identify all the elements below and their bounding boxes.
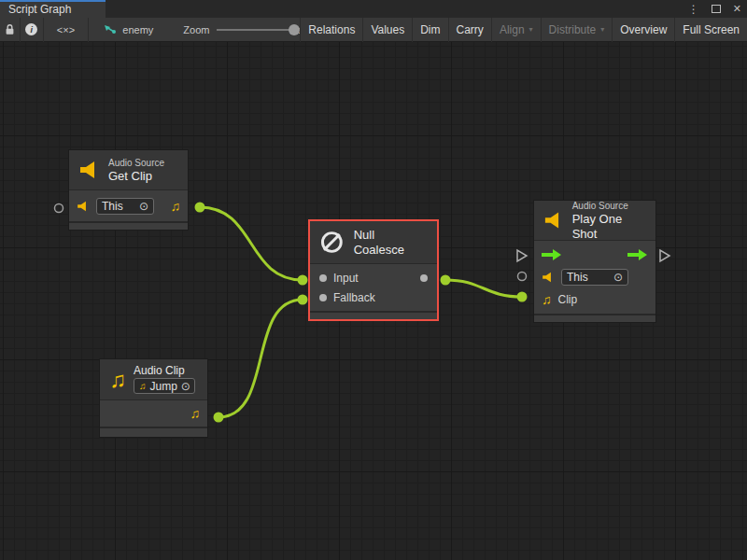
audio-clip-output-row: ♫: [100, 400, 207, 427]
audio-clip-icon: ♫: [542, 292, 552, 307]
port-playoneshot-this-input[interactable]: [518, 273, 527, 281]
zoom-slider-handle[interactable]: [289, 24, 300, 35]
play-one-shot-flow-row: [534, 244, 655, 266]
graph-canvas[interactable]: Audio Source Get Clip This ⊙ ♫: [0, 42, 747, 560]
audio-source-icon: [77, 201, 90, 212]
title-bar: Script Graph ⋮ ✕: [0, 0, 747, 18]
graph-icon: [104, 24, 117, 35]
object-picker-icon: ⊙: [613, 272, 623, 283]
flow-arrow-icon: [627, 249, 648, 260]
output-port-dot[interactable]: [420, 274, 428, 282]
input-port-dot[interactable]: [319, 274, 327, 282]
get-clip-this-row: This ⊙ ♫: [69, 190, 188, 221]
carry-button[interactable]: Carry: [448, 18, 491, 42]
toolbar-actions: Relations Values Dim Carry Align ▾ Distr…: [300, 18, 747, 42]
unit-preferences-button[interactable]: <×>: [44, 18, 90, 42]
chevron-down-icon: ▾: [600, 18, 604, 42]
lock-button[interactable]: [0, 18, 21, 42]
port-getclip-this-input[interactable]: [55, 204, 63, 213]
node-null-coalesce[interactable]: Null Coalesce Input Fallback: [308, 219, 439, 321]
node-category: Audio Source: [572, 200, 646, 212]
node-footer: [534, 314, 655, 322]
graph-toolbar: i <×> enemy Zoom 1x Relations Values Dim…: [0, 18, 747, 42]
node-null-coalesce-header: Null Coalesce: [310, 221, 437, 264]
node-audio-clip[interactable]: ♫ Audio Clip ♫ Jump ⊙ ♫: [99, 358, 208, 438]
object-picker-icon: ⊙: [181, 381, 190, 392]
flow-arrow-icon: [542, 249, 562, 260]
zoom-slider-track[interactable]: [217, 29, 299, 31]
graph-breadcrumb[interactable]: enemy: [104, 24, 153, 35]
values-button[interactable]: Values: [362, 18, 412, 42]
audio-source-icon: [543, 211, 565, 230]
node-audio-clip-header: ♫ Audio Clip ♫ Jump ⊙: [100, 359, 207, 400]
node-play-one-shot-header: Audio Source Play One Shot: [534, 201, 655, 241]
get-clip-this-field[interactable]: This ⊙: [96, 198, 154, 215]
window-menu-icon[interactable]: ⋮: [688, 3, 699, 16]
play-one-shot-this-field[interactable]: This ⊙: [561, 269, 628, 286]
null-coalesce-icon: [319, 230, 345, 255]
maximize-icon[interactable]: [712, 5, 721, 13]
node-footer: [310, 311, 437, 319]
port-nullcoalesce-output[interactable]: [441, 275, 451, 286]
audio-source-icon: [78, 161, 101, 179]
close-icon[interactable]: ✕: [733, 3, 741, 15]
port-getclip-output[interactable]: [195, 203, 205, 213]
node-title: Play One Shot: [572, 212, 646, 242]
null-coalesce-input-row: Input: [310, 268, 437, 287]
port-nullcoalesce-input[interactable]: [298, 275, 308, 286]
node-title: Audio Clip: [134, 365, 195, 377]
chevron-down-icon: ▾: [529, 18, 533, 42]
node-get-clip-header: Audio Source Get Clip: [69, 150, 188, 190]
wire-audioclip-to-nullcoalesce-fallback[interactable]: [218, 300, 303, 417]
overview-button[interactable]: Overview: [612, 18, 674, 42]
audio-clip-icon: ♫: [109, 367, 126, 393]
node-get-clip[interactable]: Audio Source Get Clip This ⊙ ♫: [68, 149, 189, 231]
code-icon: <×>: [57, 24, 75, 35]
node-play-one-shot[interactable]: Audio Source Play One Shot This ⊙: [533, 200, 656, 323]
null-coalesce-fallback-row: Fallback: [310, 287, 437, 307]
distribute-button[interactable]: Distribute ▾: [541, 18, 613, 42]
relations-button[interactable]: Relations: [300, 18, 362, 42]
node-title: Get Clip: [108, 169, 164, 184]
node-category: Audio Source: [108, 157, 164, 169]
node-footer: [100, 427, 207, 437]
play-one-shot-clip-row: ♫ Clip: [534, 288, 655, 311]
tab-script-graph[interactable]: Script Graph: [0, 0, 106, 18]
port-playoneshot-flow-output[interactable]: [660, 250, 669, 261]
zoom-label: Zoom: [183, 24, 209, 35]
breadcrumb-label: enemy: [122, 24, 153, 35]
port-playoneshot-clip-input[interactable]: [517, 292, 528, 302]
dim-button[interactable]: Dim: [412, 18, 447, 42]
port-nullcoalesce-fallback[interactable]: [298, 295, 308, 305]
audio-clip-object-field[interactable]: ♫ Jump ⊙: [134, 378, 195, 394]
lock-icon: [5, 23, 15, 35]
audio-source-icon: [542, 272, 555, 283]
audio-clip-icon: ♫: [171, 199, 181, 214]
zoom-slider[interactable]: [217, 18, 283, 42]
play-one-shot-this-row: This ⊙: [534, 266, 655, 288]
port-playoneshot-flow-input[interactable]: [517, 250, 527, 261]
node-footer: [69, 221, 188, 230]
audio-clip-icon: ♫: [139, 381, 147, 391]
wire-getclip-to-nullcoalesce-input[interactable]: [200, 207, 303, 280]
info-icon: i: [25, 23, 37, 35]
window-controls: ⋮ ✕: [688, 0, 741, 18]
tab-title: Script Graph: [8, 3, 71, 16]
fullscreen-button[interactable]: Full Screen: [674, 18, 747, 42]
fallback-port-dot[interactable]: [319, 294, 327, 301]
info-button[interactable]: i: [21, 18, 43, 42]
object-picker-icon: ⊙: [139, 201, 148, 212]
wire-nullcoalesce-to-playoneshot-clip[interactable]: [445, 280, 522, 297]
port-audioclip-output[interactable]: [214, 413, 224, 423]
audio-clip-icon: ♫: [190, 406, 201, 421]
node-title: Null Coalesce: [354, 228, 428, 258]
align-button[interactable]: Align ▾: [491, 18, 541, 42]
